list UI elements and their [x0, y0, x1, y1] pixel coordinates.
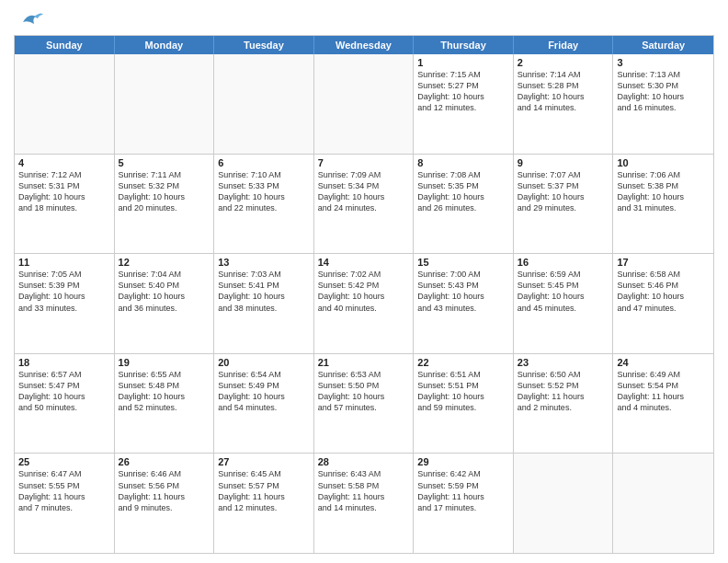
day-number: 20 — [218, 357, 310, 368]
calendar-cell — [613, 454, 713, 553]
day-number: 27 — [218, 456, 310, 467]
calendar-cell: 18Sunrise: 6:57 AM Sunset: 5:47 PM Dayli… — [15, 354, 115, 454]
calendar-cell: 16Sunrise: 6:59 AM Sunset: 5:45 PM Dayli… — [514, 254, 614, 353]
day-info: Sunrise: 6:51 AM Sunset: 5:51 PM Dayligh… — [417, 369, 509, 414]
day-info: Sunrise: 7:02 AM Sunset: 5:42 PM Dayligh… — [318, 269, 410, 314]
calendar-week-2: 4Sunrise: 7:12 AM Sunset: 5:31 PM Daylig… — [15, 155, 713, 255]
calendar-cell: 25Sunrise: 6:47 AM Sunset: 5:55 PM Dayli… — [15, 454, 115, 553]
calendar-header: SundayMondayTuesdayWednesdayThursdayFrid… — [15, 36, 713, 54]
day-info: Sunrise: 7:13 AM Sunset: 5:30 PM Dayligh… — [617, 69, 710, 114]
calendar-cell: 28Sunrise: 6:43 AM Sunset: 5:58 PM Dayli… — [314, 454, 415, 553]
day-number: 24 — [617, 357, 710, 368]
calendar-cell: 2Sunrise: 7:14 AM Sunset: 5:28 PM Daylig… — [514, 54, 614, 154]
day-number: 2 — [518, 57, 609, 68]
day-info: Sunrise: 6:54 AM Sunset: 5:49 PM Dayligh… — [218, 369, 310, 414]
day-info: Sunrise: 6:59 AM Sunset: 5:45 PM Dayligh… — [518, 269, 609, 314]
calendar-cell: 4Sunrise: 7:12 AM Sunset: 5:31 PM Daylig… — [15, 155, 115, 254]
day-info: Sunrise: 7:06 AM Sunset: 5:38 PM Dayligh… — [617, 169, 710, 214]
calendar-cell: 27Sunrise: 6:45 AM Sunset: 5:57 PM Dayli… — [214, 454, 314, 553]
day-number: 22 — [417, 357, 509, 368]
calendar-cell — [214, 54, 314, 154]
calendar-cell: 24Sunrise: 6:49 AM Sunset: 5:54 PM Dayli… — [613, 354, 713, 454]
header-day-saturday: Saturday — [613, 36, 713, 54]
calendar-cell: 21Sunrise: 6:53 AM Sunset: 5:50 PM Dayli… — [314, 354, 415, 454]
header-day-sunday: Sunday — [15, 36, 115, 54]
logo-bird-icon — [16, 9, 43, 33]
day-info: Sunrise: 7:15 AM Sunset: 5:27 PM Dayligh… — [417, 69, 509, 114]
calendar-cell — [115, 54, 215, 154]
calendar-cell: 1Sunrise: 7:15 AM Sunset: 5:27 PM Daylig… — [414, 54, 514, 154]
day-number: 15 — [417, 257, 509, 268]
calendar: SundayMondayTuesdayWednesdayThursdayFrid… — [14, 35, 714, 554]
calendar-cell: 10Sunrise: 7:06 AM Sunset: 5:38 PM Dayli… — [613, 155, 713, 254]
calendar-cell: 12Sunrise: 7:04 AM Sunset: 5:40 PM Dayli… — [115, 254, 215, 353]
logo — [14, 13, 43, 29]
day-info: Sunrise: 6:47 AM Sunset: 5:55 PM Dayligh… — [18, 468, 110, 513]
day-number: 29 — [417, 456, 509, 467]
day-info: Sunrise: 6:58 AM Sunset: 5:46 PM Dayligh… — [617, 269, 710, 314]
calendar-cell: 5Sunrise: 7:11 AM Sunset: 5:32 PM Daylig… — [115, 155, 215, 254]
day-number: 26 — [119, 456, 210, 467]
header-day-thursday: Thursday — [414, 36, 514, 54]
day-info: Sunrise: 6:57 AM Sunset: 5:47 PM Dayligh… — [18, 369, 110, 414]
calendar-cell: 26Sunrise: 6:46 AM Sunset: 5:56 PM Dayli… — [115, 454, 215, 553]
day-info: Sunrise: 6:50 AM Sunset: 5:52 PM Dayligh… — [518, 369, 609, 414]
calendar-cell: 14Sunrise: 7:02 AM Sunset: 5:42 PM Dayli… — [314, 254, 415, 353]
day-number: 19 — [119, 357, 210, 368]
day-number: 10 — [617, 157, 710, 168]
day-number: 28 — [318, 456, 410, 467]
calendar-cell: 7Sunrise: 7:09 AM Sunset: 5:34 PM Daylig… — [314, 155, 415, 254]
day-number: 21 — [318, 357, 410, 368]
calendar-cell: 11Sunrise: 7:05 AM Sunset: 5:39 PM Dayli… — [15, 254, 115, 353]
calendar-body: 1Sunrise: 7:15 AM Sunset: 5:27 PM Daylig… — [15, 54, 713, 553]
header-day-friday: Friday — [514, 36, 614, 54]
day-number: 9 — [518, 157, 609, 168]
calendar-week-3: 11Sunrise: 7:05 AM Sunset: 5:39 PM Dayli… — [15, 254, 713, 354]
day-number: 6 — [218, 157, 310, 168]
calendar-week-1: 1Sunrise: 7:15 AM Sunset: 5:27 PM Daylig… — [15, 54, 713, 155]
calendar-cell — [514, 454, 614, 553]
day-info: Sunrise: 7:04 AM Sunset: 5:40 PM Dayligh… — [119, 269, 210, 314]
calendar-cell: 13Sunrise: 7:03 AM Sunset: 5:41 PM Dayli… — [214, 254, 314, 353]
day-number: 8 — [417, 157, 509, 168]
day-info: Sunrise: 6:53 AM Sunset: 5:50 PM Dayligh… — [318, 369, 410, 414]
calendar-cell: 23Sunrise: 6:50 AM Sunset: 5:52 PM Dayli… — [514, 354, 614, 454]
day-number: 23 — [518, 357, 609, 368]
header — [14, 9, 714, 29]
day-number: 16 — [518, 257, 609, 268]
header-day-wednesday: Wednesday — [314, 36, 415, 54]
calendar-cell: 29Sunrise: 6:42 AM Sunset: 5:59 PM Dayli… — [414, 454, 514, 553]
day-info: Sunrise: 7:11 AM Sunset: 5:32 PM Dayligh… — [119, 169, 210, 214]
calendar-cell — [15, 54, 115, 154]
day-info: Sunrise: 7:03 AM Sunset: 5:41 PM Dayligh… — [218, 269, 310, 314]
day-info: Sunrise: 7:07 AM Sunset: 5:37 PM Dayligh… — [518, 169, 609, 214]
day-number: 18 — [18, 357, 110, 368]
calendar-week-4: 18Sunrise: 6:57 AM Sunset: 5:47 PM Dayli… — [15, 354, 713, 454]
day-number: 17 — [617, 257, 710, 268]
header-day-monday: Monday — [115, 36, 215, 54]
day-number: 1 — [417, 57, 509, 68]
day-number: 4 — [18, 157, 110, 168]
day-info: Sunrise: 6:55 AM Sunset: 5:48 PM Dayligh… — [119, 369, 210, 414]
day-info: Sunrise: 7:12 AM Sunset: 5:31 PM Dayligh… — [18, 169, 110, 214]
day-info: Sunrise: 6:49 AM Sunset: 5:54 PM Dayligh… — [617, 369, 710, 414]
day-info: Sunrise: 7:00 AM Sunset: 5:43 PM Dayligh… — [417, 269, 509, 314]
calendar-week-5: 25Sunrise: 6:47 AM Sunset: 5:55 PM Dayli… — [15, 454, 713, 553]
calendar-cell: 9Sunrise: 7:07 AM Sunset: 5:37 PM Daylig… — [514, 155, 614, 254]
day-info: Sunrise: 7:14 AM Sunset: 5:28 PM Dayligh… — [518, 69, 609, 114]
day-number: 13 — [218, 257, 310, 268]
day-number: 3 — [617, 57, 710, 68]
day-info: Sunrise: 7:08 AM Sunset: 5:35 PM Dayligh… — [417, 169, 509, 214]
day-info: Sunrise: 6:42 AM Sunset: 5:59 PM Dayligh… — [417, 468, 509, 513]
calendar-cell: 6Sunrise: 7:10 AM Sunset: 5:33 PM Daylig… — [214, 155, 314, 254]
day-info: Sunrise: 6:45 AM Sunset: 5:57 PM Dayligh… — [218, 468, 310, 513]
calendar-cell: 15Sunrise: 7:00 AM Sunset: 5:43 PM Dayli… — [414, 254, 514, 353]
calendar-cell: 22Sunrise: 6:51 AM Sunset: 5:51 PM Dayli… — [414, 354, 514, 454]
day-info: Sunrise: 7:10 AM Sunset: 5:33 PM Dayligh… — [218, 169, 310, 214]
day-number: 12 — [119, 257, 210, 268]
day-info: Sunrise: 6:46 AM Sunset: 5:56 PM Dayligh… — [119, 468, 210, 513]
calendar-cell — [314, 54, 415, 154]
day-number: 25 — [18, 456, 110, 467]
calendar-cell: 8Sunrise: 7:08 AM Sunset: 5:35 PM Daylig… — [414, 155, 514, 254]
calendar-cell: 17Sunrise: 6:58 AM Sunset: 5:46 PM Dayli… — [613, 254, 713, 353]
